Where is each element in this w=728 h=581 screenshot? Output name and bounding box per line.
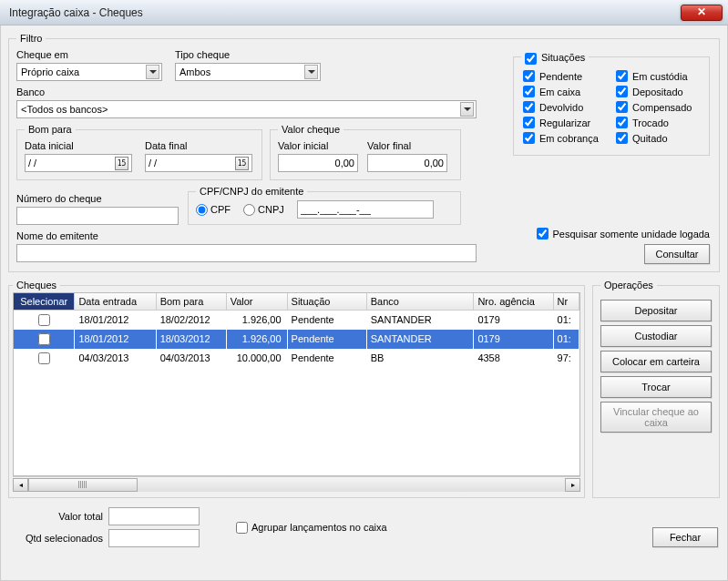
data-final-label: Data final xyxy=(145,140,252,151)
valor-inicial-label: Valor inicial xyxy=(278,140,358,151)
cell-valor: 10.000,00 xyxy=(226,349,287,368)
col-situacao[interactable]: Situação xyxy=(287,293,366,310)
horizontal-scrollbar[interactable]: ◂ ▸ xyxy=(13,476,580,492)
custodiar-button[interactable]: Custodiar xyxy=(600,325,712,347)
titlebar: Integração caixa - Cheques ✕ xyxy=(0,0,728,25)
cnpj-radio[interactable]: CNPJ xyxy=(243,204,284,216)
cell-banco: BB xyxy=(366,349,474,368)
colocar-carteira-button[interactable]: Colocar em carteira xyxy=(600,351,712,372)
valor-inicial-input[interactable] xyxy=(278,154,358,172)
data-inicial-label: Data inicial xyxy=(25,140,132,151)
situacao-pendente[interactable]: Pendente xyxy=(523,70,607,82)
filter-group: Filtro Situações Pendente Em custódia Em… xyxy=(8,33,720,272)
cell-banco: SANTANDER xyxy=(366,310,474,330)
bom-para-group: Bom para Data inicial / / 15 Data final xyxy=(16,124,262,180)
cell-situacao: Pendente xyxy=(287,330,366,349)
cell-agencia: 0179 xyxy=(474,330,553,349)
situacao-quitado[interactable]: Quitado xyxy=(616,132,700,144)
close-button[interactable]: ✕ xyxy=(681,5,723,21)
col-nr[interactable]: Nr xyxy=(553,293,579,310)
calendar-icon[interactable]: 15 xyxy=(115,157,128,170)
depositar-button[interactable]: Depositar xyxy=(600,300,712,321)
situacao-compensado[interactable]: Compensado xyxy=(616,101,700,113)
numero-cheque-label: Número do cheque xyxy=(16,193,180,204)
cell-banco: SANTANDER xyxy=(366,330,474,349)
situacao-trocado[interactable]: Trocado xyxy=(616,117,700,128)
banco-select[interactable]: <Todos os bancos> xyxy=(16,100,477,118)
tipo-cheque-label: Tipo cheque xyxy=(175,49,321,60)
cell-nr: 97: xyxy=(553,349,579,368)
cheque-em-select[interactable]: Próprio caixa xyxy=(16,63,162,81)
table-row[interactable]: 18/01/201218/02/20121.926,00PendenteSANT… xyxy=(14,310,579,330)
chevron-down-icon xyxy=(460,102,474,117)
cheque-em-label: Cheque em xyxy=(16,49,162,60)
valor-final-label: Valor final xyxy=(367,140,447,151)
cheques-table[interactable]: Selecionar Data entrada Bom para Valor S… xyxy=(14,293,579,368)
valor-total-label: Valor total xyxy=(8,511,108,522)
col-nro-agencia[interactable]: Nro. agência xyxy=(474,293,553,310)
valor-cheque-legend: Valor cheque xyxy=(278,124,343,135)
situacoes-all-checkbox[interactable] xyxy=(525,53,537,65)
qtd-selecionados-label: Qtd selecionados xyxy=(8,533,108,544)
situacao-em-cobranca[interactable]: Em cobrança xyxy=(523,132,607,144)
situacao-em-custodia[interactable]: Em custódia xyxy=(616,70,700,82)
data-inicial-input[interactable]: / / 15 xyxy=(25,154,132,172)
trocar-button[interactable]: Trocar xyxy=(600,376,712,398)
pesquisar-unidade-checkbox[interactable]: Pesquisar somente unidade logada xyxy=(537,228,710,240)
cell-bom-para: 18/02/2012 xyxy=(156,310,226,330)
cheques-group: Cheques Selecionar Data entrada Bom para… xyxy=(8,280,585,498)
cell-valor: 1.926,00 xyxy=(226,310,287,330)
consultar-button[interactable]: Consultar xyxy=(644,244,710,264)
situacao-depositado[interactable]: Depositado xyxy=(616,86,700,97)
cell-data-entrada: 18/01/2012 xyxy=(75,310,156,330)
tipo-cheque-select[interactable]: Ambos xyxy=(175,63,321,81)
scroll-right-button[interactable]: ▸ xyxy=(565,478,580,492)
numero-cheque-input[interactable] xyxy=(16,207,179,225)
col-selecionar[interactable]: Selecionar xyxy=(14,293,75,310)
col-valor[interactable]: Valor xyxy=(226,293,287,310)
bom-para-legend: Bom para xyxy=(25,124,76,135)
situacao-regularizar[interactable]: Regularizar xyxy=(523,117,607,128)
scroll-left-button[interactable]: ◂ xyxy=(13,478,28,492)
row-select-checkbox[interactable] xyxy=(38,314,50,326)
row-select-checkbox[interactable] xyxy=(38,333,50,345)
vincular-cheque-button[interactable]: Vincular cheque ao caixa xyxy=(600,402,712,433)
cell-valor: 1.926,00 xyxy=(226,330,287,349)
cell-bom-para: 04/03/2013 xyxy=(156,349,226,368)
situacoes-legend[interactable]: Situações xyxy=(521,51,589,63)
qtd-selecionados-output xyxy=(108,529,200,547)
situacao-devolvido[interactable]: Devolvido xyxy=(523,101,607,113)
col-bom-para[interactable]: Bom para xyxy=(156,293,226,310)
cpf-cnpj-input[interactable] xyxy=(297,200,434,219)
table-row[interactable]: 18/01/201218/03/20121.926,00PendenteSANT… xyxy=(14,330,579,349)
cpf-cnpj-legend: CPF/CNPJ do emitente xyxy=(196,186,307,197)
col-banco[interactable]: Banco xyxy=(366,293,474,310)
fechar-button[interactable]: Fechar xyxy=(652,527,718,547)
table-row[interactable]: 04/03/201304/03/201310.000,00PendenteBB4… xyxy=(14,349,579,368)
banco-label: Banco xyxy=(16,87,481,97)
cpf-cnpj-group: CPF/CNPJ do emitente CPF CNPJ xyxy=(188,186,461,225)
situacao-em-caixa[interactable]: Em caixa xyxy=(523,86,607,97)
agrupar-lancamentos-checkbox[interactable]: Agrupar lançamentos no caixa xyxy=(236,522,387,534)
cell-nr: 01: xyxy=(553,330,579,349)
nome-emitente-input[interactable] xyxy=(16,244,477,262)
operacoes-group: Operações Depositar Custodiar Colocar em… xyxy=(592,280,720,498)
cell-agencia: 0179 xyxy=(474,310,553,330)
col-data-entrada[interactable]: Data entrada xyxy=(75,293,156,310)
valor-final-input[interactable] xyxy=(367,154,447,172)
filter-legend: Filtro xyxy=(16,33,46,44)
cell-bom-para: 18/03/2012 xyxy=(156,330,226,349)
chevron-down-icon xyxy=(146,65,159,79)
data-final-input[interactable]: / / 15 xyxy=(145,154,252,172)
operacoes-legend: Operações xyxy=(600,280,657,290)
calendar-icon[interactable]: 15 xyxy=(235,157,249,170)
valor-cheque-group: Valor cheque Valor inicial Valor final xyxy=(270,124,461,180)
cell-agencia: 4358 xyxy=(474,349,553,368)
situacoes-group: Situações Pendente Em custódia Em caixa … xyxy=(513,51,710,156)
window-title: Integração caixa - Cheques xyxy=(9,6,681,19)
scroll-thumb[interactable] xyxy=(28,478,138,492)
cpf-radio[interactable]: CPF xyxy=(196,204,231,216)
cheques-legend: Cheques xyxy=(13,280,60,290)
row-select-checkbox[interactable] xyxy=(38,352,50,364)
nome-emitente-label: Nome do emitente xyxy=(16,230,481,241)
